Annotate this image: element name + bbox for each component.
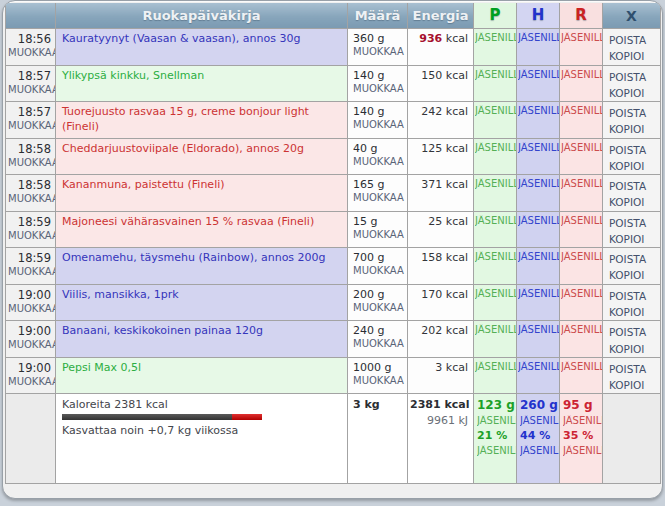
edit-amount-link[interactable]: MUOKKAA: [353, 229, 404, 240]
copy-link[interactable]: KOPIOI: [609, 377, 657, 393]
members-link-carbs[interactable]: JÄSENILLE: [518, 178, 559, 189]
members-link-fat[interactable]: JÄSENILLE: [561, 251, 602, 262]
food-name-link[interactable]: Ylikypsä kinkku, Snellman: [62, 69, 204, 82]
food-name-link[interactable]: Kananmuna, paistettu (Fineli): [62, 178, 225, 191]
edit-entry-link[interactable]: MUOKKAA: [8, 230, 51, 241]
fat-cell: JÄSENILLE: [560, 248, 603, 285]
amount-cell: 360 g MUOKKAA: [348, 29, 408, 66]
summary-calories-cell: Kaloreita 2381 kcal Kasvattaa noin +0,7 …: [56, 394, 348, 484]
delete-link[interactable]: POISTA: [609, 32, 657, 48]
members-link-fat[interactable]: JÄSENILLE: [561, 105, 602, 116]
edit-entry-link[interactable]: MUOKKAA: [8, 266, 51, 277]
amount-cell: 140 g MUOKKAA: [348, 65, 408, 102]
copy-link[interactable]: KOPIOI: [609, 304, 657, 320]
carbs-cell: JÄSENILLE: [517, 321, 560, 358]
copy-link[interactable]: KOPIOI: [609, 341, 657, 357]
members-link-fat[interactable]: JÄSENILLE: [561, 361, 602, 372]
copy-link[interactable]: KOPIOI: [609, 85, 657, 101]
food-name-link[interactable]: Banaani, keskikokoinen painaa 120g: [62, 324, 263, 337]
edit-amount-link[interactable]: MUOKKAA: [353, 46, 404, 57]
edit-amount-link[interactable]: MUOKKAA: [353, 192, 404, 203]
edit-entry-link[interactable]: MUOKKAA: [8, 303, 51, 314]
members-link-protein[interactable]: JÄSENILLE: [475, 69, 516, 80]
edit-amount-link[interactable]: MUOKKAA: [353, 375, 404, 386]
members-link-carbs[interactable]: JÄSENILLE: [518, 69, 559, 80]
members-link-fat-percent[interactable]: JÄSENILLE: [563, 445, 602, 456]
members-link-protein[interactable]: JÄSENILLE: [475, 361, 516, 372]
edit-entry-link[interactable]: MUOKKAA: [8, 339, 51, 350]
members-link-fat[interactable]: JÄSENILLE: [561, 215, 602, 226]
members-link-carbs[interactable]: JÄSENILLE: [518, 361, 559, 372]
fat-column-header[interactable]: R: [560, 3, 603, 29]
food-name-link[interactable]: Tuorejuusto rasvaa 15 g, creme bonjour l…: [62, 105, 309, 133]
copy-link[interactable]: KOPIOI: [609, 48, 657, 64]
delete-link[interactable]: POISTA: [609, 142, 657, 158]
edit-entry-link[interactable]: MUOKKAA: [8, 47, 51, 58]
members-link-protein[interactable]: JÄSENILLE: [475, 324, 516, 335]
edit-entry-link[interactable]: MUOKKAA: [8, 120, 51, 131]
members-link-protein[interactable]: JÄSENILLE: [477, 415, 516, 426]
edit-amount-link[interactable]: MUOKKAA: [353, 302, 404, 313]
protein-column-header[interactable]: P: [474, 3, 517, 29]
delete-link[interactable]: POISTA: [609, 215, 657, 231]
members-link-carbs[interactable]: JÄSENILLE: [518, 142, 559, 153]
members-link-protein[interactable]: JÄSENILLE: [475, 142, 516, 153]
members-link-carbs-percent[interactable]: JÄSENILLE: [520, 445, 559, 456]
members-link-fat[interactable]: JÄSENILLE: [561, 69, 602, 80]
members-link-carbs[interactable]: JÄSENILLE: [520, 415, 559, 426]
edit-amount-link[interactable]: MUOKKAA: [353, 119, 404, 130]
members-link-protein[interactable]: JÄSENILLE: [475, 105, 516, 116]
copy-link[interactable]: KOPIOI: [609, 194, 657, 210]
edit-entry-link[interactable]: MUOKKAA: [8, 157, 51, 168]
delete-link[interactable]: POISTA: [609, 69, 657, 85]
members-link-protein[interactable]: JÄSENILLE: [475, 32, 516, 43]
copy-link[interactable]: KOPIOI: [609, 121, 657, 137]
delete-link[interactable]: POISTA: [609, 251, 657, 267]
food-name-link[interactable]: Majoneesi vähärasvainen 15 % rasvaa (Fin…: [62, 215, 314, 228]
time-cell: 18:59 MUOKKAA: [6, 248, 56, 285]
edit-entry-link[interactable]: MUOKKAA: [8, 193, 51, 204]
edit-entry-link[interactable]: MUOKKAA: [8, 84, 51, 95]
members-link-carbs[interactable]: JÄSENILLE: [518, 215, 559, 226]
edit-amount-link[interactable]: MUOKKAA: [353, 156, 404, 167]
members-link-fat[interactable]: JÄSENILLE: [561, 142, 602, 153]
members-link-fat[interactable]: JÄSENILLE: [561, 178, 602, 189]
food-rows: 18:56 MUOKKAA Kauratyynyt (Vaasan & vaas…: [6, 29, 661, 394]
fat-cell: JÄSENILLE: [560, 175, 603, 212]
members-link-protein[interactable]: JÄSENILLE: [475, 215, 516, 226]
carbs-column-header[interactable]: H: [517, 3, 560, 29]
edit-entry-link[interactable]: MUOKKAA: [8, 376, 51, 387]
members-link-carbs[interactable]: JÄSENILLE: [518, 288, 559, 299]
protein-summary-cell: 123 g JÄSENILLE 21 % JÄSENILLE: [474, 394, 517, 484]
delete-link[interactable]: POISTA: [609, 178, 657, 194]
members-link-protein-percent[interactable]: JÄSENILLE: [477, 445, 516, 456]
members-link-fat[interactable]: JÄSENILLE: [561, 324, 602, 335]
food-name-link[interactable]: Cheddarjuustoviipale (Eldorado), annos 2…: [62, 142, 304, 155]
copy-link[interactable]: KOPIOI: [609, 267, 657, 283]
members-link-protein[interactable]: JÄSENILLE: [475, 251, 516, 262]
food-name-link[interactable]: Kauratyynyt (Vaasan & vaasan), annos 30g: [62, 32, 300, 45]
members-link-carbs[interactable]: JÄSENILLE: [518, 324, 559, 335]
edit-amount-link[interactable]: MUOKKAA: [353, 265, 404, 276]
members-link-fat[interactable]: JÄSENILLE: [561, 288, 602, 299]
edit-amount-link[interactable]: MUOKKAA: [353, 83, 404, 94]
members-link-carbs[interactable]: JÄSENILLE: [518, 105, 559, 116]
food-name-link[interactable]: Viilis, mansikka, 1prk: [62, 288, 179, 301]
row-time: 19:00: [8, 324, 51, 338]
copy-link[interactable]: KOPIOI: [609, 158, 657, 174]
copy-link[interactable]: KOPIOI: [609, 231, 657, 247]
delete-link[interactable]: POISTA: [609, 361, 657, 377]
delete-link[interactable]: POISTA: [609, 288, 657, 304]
members-link-carbs[interactable]: JÄSENILLE: [518, 32, 559, 43]
members-link-carbs[interactable]: JÄSENILLE: [518, 251, 559, 262]
delete-link[interactable]: POISTA: [609, 105, 657, 121]
members-link-protein[interactable]: JÄSENILLE: [475, 288, 516, 299]
edit-amount-link[interactable]: MUOKKAA: [353, 338, 404, 349]
delete-column-header[interactable]: X: [603, 3, 661, 29]
food-name-link[interactable]: Pepsi Max 0,5l: [62, 361, 141, 374]
members-link-fat[interactable]: JÄSENILLE: [563, 415, 602, 426]
delete-link[interactable]: POISTA: [609, 324, 657, 340]
food-name-link[interactable]: Omenamehu, täysmehu (Rainbow), annos 200…: [62, 251, 326, 264]
members-link-fat[interactable]: JÄSENILLE: [561, 32, 602, 43]
members-link-protein[interactable]: JÄSENILLE: [475, 178, 516, 189]
